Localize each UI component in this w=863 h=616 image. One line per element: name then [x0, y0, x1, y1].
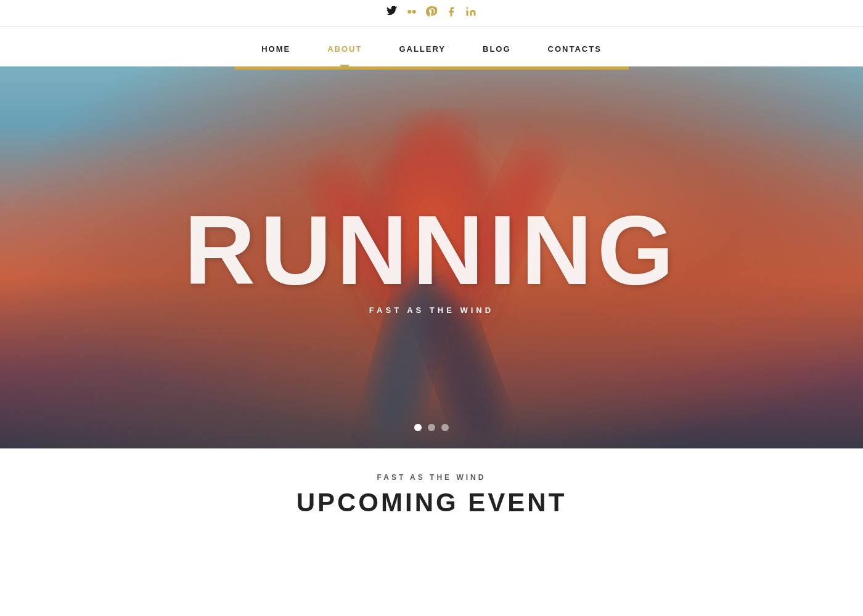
svg-point-1	[412, 10, 416, 14]
nav-about[interactable]: ABOUT	[327, 44, 362, 54]
slider-dot-2[interactable]	[428, 424, 435, 431]
hero-title: RUNNING	[184, 201, 679, 299]
below-hero-subtitle: FAST AS THE WIND	[0, 473, 863, 482]
hero-subtitle: FAST AS THE WIND	[369, 306, 494, 315]
social-bar	[0, 0, 863, 27]
slider-dot-3[interactable]	[441, 424, 449, 431]
pinterest-icon[interactable]	[426, 6, 437, 20]
below-hero-section: FAST AS THE WIND UPCOMING EVENT	[0, 448, 863, 536]
hero-content: RUNNING FAST AS THE WIND	[0, 67, 863, 448]
flickr-icon[interactable]	[406, 6, 417, 20]
svg-point-0	[407, 10, 411, 14]
twitter-icon[interactable]	[387, 6, 398, 20]
slider-dot-1[interactable]	[414, 424, 422, 431]
main-nav: HOME ABOUT GALLERY BLOG CONTACTS	[0, 27, 863, 67]
nav-blog[interactable]: BLOG	[483, 44, 511, 54]
slider-dots	[414, 424, 449, 431]
nav-contacts[interactable]: CONTACTS	[548, 44, 602, 54]
below-hero-title: UPCOMING EVENT	[0, 488, 863, 517]
linkedin-icon[interactable]	[465, 6, 476, 20]
nav-home[interactable]: HOME	[261, 44, 290, 54]
svg-point-2	[467, 7, 468, 9]
hero-section: RUNNING FAST AS THE WIND	[0, 67, 863, 448]
facebook-icon[interactable]	[446, 6, 457, 20]
nav-gallery[interactable]: GALLERY	[399, 44, 446, 54]
